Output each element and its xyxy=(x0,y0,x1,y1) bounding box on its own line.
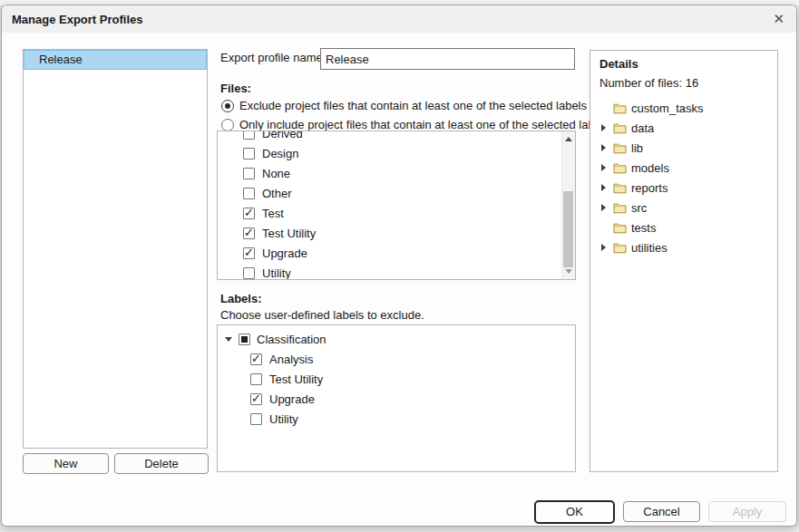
expand-arrow-icon[interactable] xyxy=(601,144,606,151)
expand-arrow-cell xyxy=(599,104,609,111)
file-label-row[interactable]: Test xyxy=(243,203,575,223)
folder-name: models xyxy=(631,161,669,175)
labels-tree-root-row[interactable]: Classification xyxy=(218,329,575,349)
labels-tree[interactable]: Classification AnalysisTest UtilityUpgra… xyxy=(217,324,576,472)
label-tree-child-text: Utility xyxy=(269,412,298,426)
radio-button-icon[interactable] xyxy=(221,100,234,112)
folder-name: custom_tasks xyxy=(631,102,703,115)
checkbox-icon[interactable] xyxy=(243,131,255,140)
folder-name: lib xyxy=(631,141,643,155)
checkbox-icon[interactable] xyxy=(243,267,255,279)
checkbox-icon[interactable] xyxy=(243,148,255,160)
details-title: Details xyxy=(599,57,777,71)
expand-arrow-icon[interactable] xyxy=(601,184,606,191)
expand-arrow-cell xyxy=(599,204,609,211)
new-button[interactable]: New xyxy=(23,453,109,474)
radio-option-label: Only include project files that contain … xyxy=(239,118,609,131)
classification-checkbox[interactable] xyxy=(239,334,250,345)
label-tree-child-row[interactable]: Analysis xyxy=(218,349,575,369)
files-section-label: Files: xyxy=(220,82,251,95)
expand-arrow-icon[interactable] xyxy=(601,204,606,211)
close-icon[interactable]: ✕ xyxy=(773,11,784,27)
scroll-down-icon[interactable] xyxy=(565,269,572,274)
file-label-row[interactable]: None xyxy=(243,163,575,183)
expand-arrow-cell xyxy=(599,184,609,191)
expand-arrow-cell xyxy=(599,244,609,251)
expand-arrow-cell xyxy=(599,144,609,151)
file-count-text: Number of files: 16 xyxy=(599,76,777,90)
checkbox-icon[interactable] xyxy=(243,208,255,219)
export-profile-name-label: Export profile name: xyxy=(220,51,326,64)
radio-button-icon[interactable] xyxy=(221,119,234,131)
profiles-list[interactable]: Release xyxy=(23,49,208,449)
cancel-button[interactable]: Cancel xyxy=(623,501,700,522)
folder-tree-row[interactable]: lib xyxy=(590,138,777,158)
delete-button[interactable]: Delete xyxy=(114,453,209,474)
checkbox-icon[interactable] xyxy=(243,188,255,199)
file-label-text: Test xyxy=(262,207,284,220)
file-label-row[interactable]: Utility xyxy=(243,263,575,280)
labels-hint-text: Choose user-defined labels to exclude. xyxy=(220,308,424,322)
folder-tree-row[interactable]: custom_tasks xyxy=(590,98,777,118)
checkbox-icon[interactable] xyxy=(250,353,262,365)
file-label-text: Utility xyxy=(262,266,291,280)
folder-name: src xyxy=(631,201,647,215)
folder-tree-row[interactable]: data xyxy=(590,118,777,138)
manage-export-profiles-dialog: Manage Export Profiles ✕ Release New Del… xyxy=(1,5,797,527)
vertical-scrollbar[interactable] xyxy=(561,131,575,279)
checkbox-icon[interactable] xyxy=(243,227,255,239)
file-label-row[interactable]: Upgrade xyxy=(243,243,575,263)
file-label-row[interactable]: Test Utility xyxy=(243,223,575,243)
folder-tree-row[interactable]: reports xyxy=(590,178,777,198)
checkbox-icon[interactable] xyxy=(243,247,255,259)
file-label-text: None xyxy=(262,167,290,180)
labels-tree-children: AnalysisTest UtilityUpgradeUtility xyxy=(218,349,575,429)
file-labels-list: DerivedDesignNoneOtherTestTest UtilityUp… xyxy=(218,131,575,280)
expand-arrow-icon[interactable] xyxy=(601,164,606,171)
checkbox-icon[interactable] xyxy=(250,393,262,405)
folder-icon xyxy=(613,222,627,234)
checkbox-icon[interactable] xyxy=(243,168,255,179)
details-panel: Details Number of files: 16 custom_tasks… xyxy=(590,50,778,472)
radio-option-row[interactable]: Exclude project files that contain at le… xyxy=(221,96,609,115)
file-label-row[interactable]: Other xyxy=(243,183,575,203)
file-label-text: Other xyxy=(262,187,292,200)
folder-tree-row[interactable]: src xyxy=(590,198,777,218)
folder-icon xyxy=(613,102,627,114)
export-profile-name-input[interactable] xyxy=(320,48,575,70)
folder-icon xyxy=(613,182,627,194)
label-tree-child-row[interactable]: Utility xyxy=(218,409,575,429)
expand-arrow-icon[interactable] xyxy=(601,244,606,251)
label-tree-child-text: Upgrade xyxy=(269,392,315,406)
file-label-text: Upgrade xyxy=(262,247,307,260)
dialog-titlebar: Manage Export Profiles ✕ xyxy=(2,5,796,33)
scrollbar-thumb[interactable] xyxy=(563,191,573,267)
file-labels-listbox[interactable]: DerivedDesignNoneOtherTestTest UtilityUp… xyxy=(217,131,576,280)
folder-name: data xyxy=(631,121,654,135)
label-tree-child-row[interactable]: Upgrade xyxy=(218,389,575,409)
checkbox-icon[interactable] xyxy=(250,413,262,425)
checkbox-icon[interactable] xyxy=(250,373,262,385)
file-label-row[interactable]: Design xyxy=(243,143,575,163)
folder-tree-row[interactable]: models xyxy=(590,158,777,178)
file-label-row[interactable]: Derived xyxy=(243,131,575,143)
folder-icon xyxy=(613,202,627,214)
file-count-label: Number of files: xyxy=(599,76,682,90)
folder-tree-row[interactable]: utilities xyxy=(590,237,777,257)
folder-tree-row[interactable]: tests xyxy=(590,218,777,237)
expand-arrow-cell xyxy=(599,164,609,171)
folder-icon xyxy=(613,122,627,134)
scroll-up-icon[interactable] xyxy=(565,137,572,141)
files-filter-radio-group: Exclude project files that contain at le… xyxy=(221,96,609,134)
label-tree-child-row[interactable]: Test Utility xyxy=(218,369,575,389)
folder-name: utilities xyxy=(631,241,667,255)
ok-button[interactable]: OK xyxy=(534,500,615,524)
profile-list-item[interactable]: Release xyxy=(24,50,207,70)
label-tree-child-text: Analysis xyxy=(269,353,313,366)
labels-section-label: Labels: xyxy=(220,292,262,305)
dialog-title: Manage Export Profiles xyxy=(12,13,142,26)
expand-arrow-icon[interactable] xyxy=(601,124,606,131)
collapse-arrow-icon[interactable] xyxy=(225,337,232,342)
radio-option-label: Exclude project files that contain at le… xyxy=(239,99,587,112)
details-folder-tree: custom_tasksdatalibmodelsreportssrctests… xyxy=(590,98,777,257)
